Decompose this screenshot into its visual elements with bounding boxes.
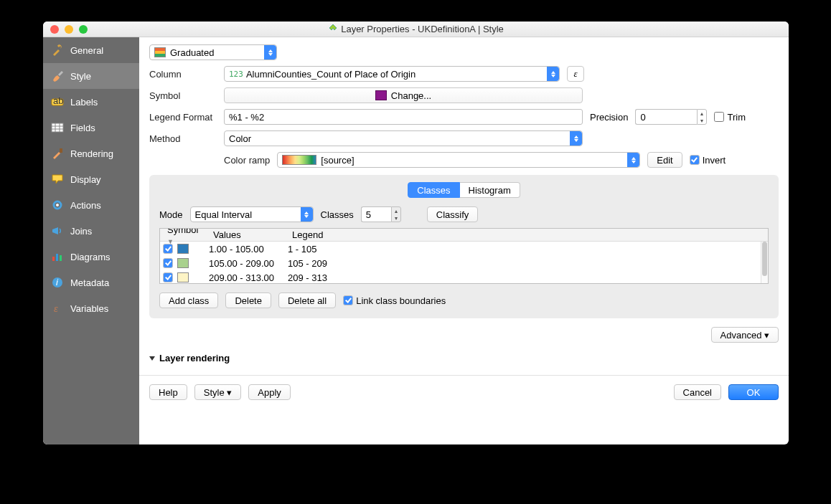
epsilon-icon: ε — [50, 301, 65, 315]
chart-icon — [50, 249, 65, 264]
gear-icon — [50, 198, 65, 212]
svg-rect-7 — [60, 148, 62, 153]
graduated-icon — [154, 47, 166, 57]
column-value: AlumniCounties_Count of Place of Origin — [246, 69, 416, 80]
expression-button[interactable]: ε — [567, 66, 584, 82]
apply-button[interactable]: Apply — [248, 384, 291, 400]
table-row[interactable]: 105.00 - 209.00 105 - 209 — [160, 256, 768, 270]
svg-rect-11 — [56, 254, 58, 261]
classify-panel: Classes Histogram Mode Equal Interval Cl… — [149, 175, 779, 318]
col-values[interactable]: Values — [209, 229, 288, 240]
table-row[interactable]: 1.00 - 105.00 1 - 105 — [160, 242, 768, 256]
scrollbar[interactable] — [761, 242, 768, 283]
classify-button[interactable]: Classify — [427, 206, 479, 222]
sidebar-item-joins[interactable]: Joins — [43, 218, 139, 244]
svg-rect-10 — [52, 257, 55, 261]
tooltip-icon — [50, 172, 65, 186]
stepper-buttons[interactable]: ▴▾ — [697, 109, 707, 125]
color-swatch — [177, 272, 189, 282]
sidebar-item-label: Actions — [70, 200, 101, 211]
sidebar-item-variables[interactable]: εVariables — [43, 295, 139, 321]
classes-label: Classes — [321, 209, 354, 220]
chevron-updown-icon — [264, 45, 276, 60]
renderer-select[interactable]: Graduated — [149, 44, 277, 60]
colorramp-select[interactable]: [source] — [277, 152, 640, 168]
stepper-buttons[interactable]: ▴▾ — [391, 206, 401, 222]
column-select[interactable]: 123 AlumniCounties_Count of Place of Ori… — [224, 66, 560, 82]
link-boundaries-checkbox[interactable]: Link class boundaries — [343, 295, 446, 306]
mode-select[interactable]: Equal Interval — [190, 206, 314, 222]
row-checkbox[interactable] — [163, 272, 173, 282]
sidebar-item-diagrams[interactable]: Diagrams — [43, 244, 139, 270]
invert-checkbox[interactable]: Invert — [690, 155, 726, 166]
cancel-button[interactable]: Cancel — [674, 384, 721, 400]
layer-rendering-label: Layer rendering — [159, 353, 230, 363]
sidebar-item-label: Display — [70, 174, 101, 185]
tab-histogram[interactable]: Histogram — [460, 182, 520, 198]
trim-checkbox[interactable]: Trim — [714, 112, 746, 123]
sidebar-item-label: Rendering — [70, 148, 113, 159]
layer-rendering-disclosure[interactable]: Layer rendering — [149, 353, 779, 363]
delete-all-button[interactable]: Delete all — [278, 293, 336, 308]
sidebar-item-label: Joins — [70, 226, 92, 237]
row-checkbox[interactable] — [163, 258, 173, 268]
color-swatch — [177, 244, 189, 254]
edit-ramp-button[interactable]: Edit — [647, 152, 682, 168]
sidebar: General Style abcLabels Fields Rendering… — [43, 37, 139, 444]
colorramp-value: [source] — [321, 155, 354, 166]
colorramp-preview — [282, 155, 316, 165]
sidebar-item-label: General — [70, 45, 103, 56]
label-icon: abc — [50, 95, 65, 109]
row-values: 1.00 - 105.00 — [209, 244, 288, 255]
method-label: Method — [149, 133, 217, 144]
delete-class-button[interactable]: Delete — [225, 293, 271, 308]
megaphone-icon — [50, 224, 65, 238]
scrollbar-thumb[interactable] — [762, 242, 767, 276]
colorramp-label: Color ramp — [224, 155, 270, 166]
renderer-value: Graduated — [170, 47, 214, 58]
symbol-label: Symbol — [149, 90, 217, 101]
precision-label: Precision — [590, 112, 628, 123]
sidebar-item-metadata[interactable]: iMetadata — [43, 270, 139, 295]
sidebar-item-display[interactable]: Display — [43, 166, 139, 192]
method-value: Color — [229, 133, 251, 144]
help-button[interactable]: Help — [149, 384, 187, 400]
tab-classes[interactable]: Classes — [408, 182, 459, 198]
precision-stepper[interactable]: ▴▾ — [635, 109, 707, 125]
row-checkbox[interactable] — [163, 244, 173, 254]
row-values: 209.00 - 313.00 — [209, 272, 288, 283]
window-title: Layer Properties - UKDefinitionA | Style — [341, 24, 504, 34]
advanced-button[interactable]: Advanced ▾ — [711, 327, 779, 343]
style-menu-button[interactable]: Style ▾ — [194, 384, 242, 400]
wrench-icon — [50, 43, 65, 57]
sidebar-item-style[interactable]: Style — [43, 63, 139, 89]
ok-button[interactable]: OK — [728, 384, 779, 400]
column-label: Column — [149, 69, 217, 80]
classes-table[interactable]: Symbol ▼ Values Legend 1.00 - 105.00 1 -… — [159, 228, 769, 284]
classes-input[interactable] — [361, 206, 391, 222]
classes-stepper[interactable]: ▴▾ — [361, 206, 401, 222]
legend-format-label: Legend Format — [149, 112, 217, 123]
sidebar-item-labels[interactable]: abcLabels — [43, 89, 139, 115]
info-icon: i — [50, 275, 65, 290]
checkbox-checked-icon — [343, 295, 353, 305]
precision-input[interactable] — [635, 109, 697, 125]
row-legend: 105 - 209 — [288, 258, 768, 269]
svg-rect-2 — [52, 123, 63, 132]
symbol-change-button[interactable]: Change... — [224, 87, 583, 103]
sidebar-item-general[interactable]: General — [43, 37, 139, 63]
chevron-updown-icon — [627, 153, 639, 167]
titlebar: Layer Properties - UKDefinitionA | Style — [43, 22, 789, 37]
sidebar-item-fields[interactable]: Fields — [43, 115, 139, 141]
add-class-button[interactable]: Add class — [159, 293, 218, 308]
col-legend[interactable]: Legend — [288, 229, 768, 240]
legend-format-input[interactable] — [224, 109, 583, 125]
sidebar-item-label: Diagrams — [70, 252, 111, 262]
method-select[interactable]: Color — [224, 130, 583, 146]
col-symbol[interactable]: Symbol ▼ — [163, 228, 209, 246]
sidebar-item-rendering[interactable]: Rendering — [43, 141, 139, 166]
main-panel: Graduated Column 123 AlumniCounties_Coun… — [139, 37, 789, 444]
sidebar-item-actions[interactable]: Actions — [43, 192, 139, 218]
symbol-preview-swatch — [375, 90, 387, 100]
table-row[interactable]: 209.00 - 313.00 209 - 313 — [160, 270, 768, 284]
